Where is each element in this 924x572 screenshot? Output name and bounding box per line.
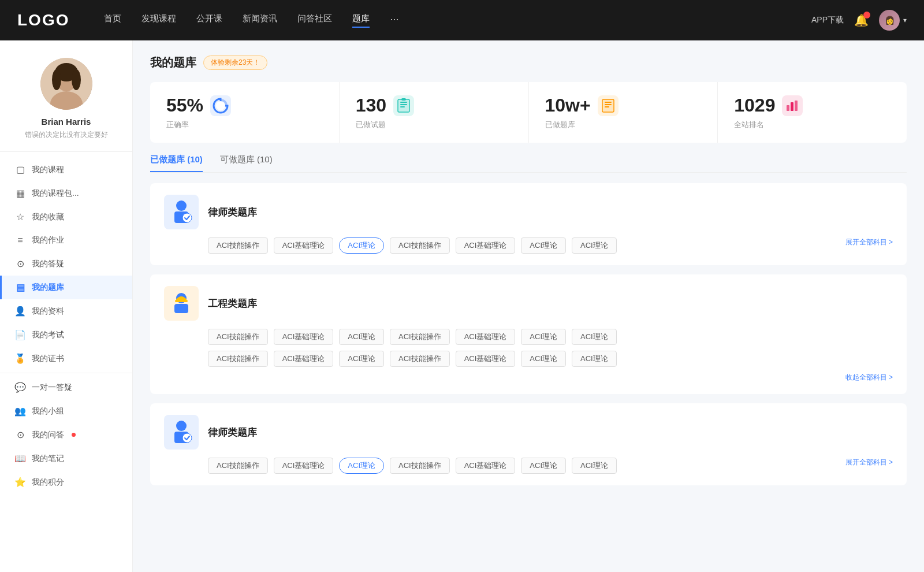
engineer-tag-r1-6[interactable]: ACI理论 bbox=[572, 329, 617, 345]
engineer-tag-r1-5[interactable]: ACI理论 bbox=[521, 329, 566, 345]
lawyer2-bank-icon bbox=[164, 415, 199, 450]
stat-ranking-top: 1029 bbox=[734, 95, 891, 116]
profile-motto: 错误的决定比没有决定要好 bbox=[12, 130, 121, 140]
menu-course-package[interactable]: ▦ 我的课程包... bbox=[0, 181, 132, 205]
lawyer-tag-1[interactable]: ACI基础理论 bbox=[274, 237, 334, 254]
my-courses-icon: ▢ bbox=[14, 164, 26, 175]
lawyer2-tag-0[interactable]: ACI技能操作 bbox=[208, 458, 268, 474]
lawyer-tag-5[interactable]: ACI理论 bbox=[521, 237, 566, 254]
menu-points-label: 我的积分 bbox=[32, 477, 64, 488]
menu-profile-label: 我的资料 bbox=[32, 306, 64, 317]
menu-qa-questions[interactable]: ⊙ 我的答疑 bbox=[0, 252, 132, 276]
lawyer2-tag-2[interactable]: ACI理论 bbox=[339, 458, 384, 474]
menu-my-qa[interactable]: ⊙ 我的问答 bbox=[0, 423, 132, 447]
nav-open-course[interactable]: 公开课 bbox=[196, 13, 222, 28]
lawyer2-expand-btn[interactable]: 展开全部科目 > bbox=[845, 458, 893, 467]
engineer-icon-svg bbox=[167, 289, 196, 318]
nav-more[interactable]: ··· bbox=[390, 13, 398, 28]
lawyer2-icon-svg bbox=[167, 418, 196, 447]
svg-point-28 bbox=[176, 421, 187, 431]
engineer-tag-r1-0[interactable]: ACI技能操作 bbox=[208, 329, 268, 345]
one-on-one-icon: 💬 bbox=[14, 382, 26, 393]
engineer-tags-content: ACI技能操作 ACI基础理论 ACI理论 ACI技能操作 ACI基础理论 AC… bbox=[164, 329, 893, 382]
nav-news[interactable]: 新闻资讯 bbox=[243, 13, 277, 28]
menu-certificate[interactable]: 🏅 我的证书 bbox=[0, 347, 132, 370]
profile-section: Brian Harris 错误的决定比没有决定要好 bbox=[0, 58, 132, 152]
lawyer2-tag-3[interactable]: ACI技能操作 bbox=[390, 458, 450, 474]
engineer-tag-r2-4[interactable]: ACI基础理论 bbox=[456, 351, 516, 367]
qa-badge-dot bbox=[72, 433, 76, 437]
trial-badge: 体验剩余23天！ bbox=[203, 55, 267, 70]
lawyer-tag-3[interactable]: ACI技能操作 bbox=[390, 237, 450, 254]
lawyer-tag-0[interactable]: ACI技能操作 bbox=[208, 237, 268, 254]
nav-question-bank[interactable]: 题库 bbox=[352, 13, 370, 28]
bell-icon[interactable]: 🔔 bbox=[854, 13, 869, 27]
menu-homework-label: 我的作业 bbox=[32, 235, 64, 246]
lawyer2-tag-1[interactable]: ACI基础理论 bbox=[274, 458, 334, 474]
svg-rect-13 bbox=[401, 98, 406, 101]
lawyer-tag-6[interactable]: ACI理论 bbox=[572, 237, 617, 254]
svg-rect-17 bbox=[605, 104, 612, 105]
groups-icon: 👥 bbox=[14, 406, 26, 417]
stat-done-top: 130 bbox=[356, 95, 512, 116]
engineer-tag-r2-1[interactable]: ACI基础理论 bbox=[274, 351, 334, 367]
logo[interactable]: LOGO bbox=[17, 11, 69, 29]
engineer-collapse-btn[interactable]: 收起全部科目 > bbox=[845, 373, 893, 381]
svg-point-7 bbox=[216, 101, 225, 110]
engineer-tag-r2-3[interactable]: ACI技能操作 bbox=[390, 351, 450, 367]
lawyer-tags-section: ACI技能操作 ACI基础理论 ACI理论 ACI技能操作 ACI基础理论 AC… bbox=[164, 237, 893, 254]
menu-homework[interactable]: ≡ 我的作业 bbox=[0, 229, 132, 252]
menu-exam[interactable]: 📄 我的考试 bbox=[0, 323, 132, 347]
engineer-tag-r2-0[interactable]: ACI技能操作 bbox=[208, 351, 268, 367]
menu-notes[interactable]: 📖 我的笔记 bbox=[0, 447, 132, 470]
menu-groups[interactable]: 👥 我的小组 bbox=[0, 399, 132, 423]
engineer-tag-r2-2[interactable]: ACI理论 bbox=[339, 351, 384, 367]
tab-available-banks[interactable]: 可做题库 (10) bbox=[220, 154, 273, 172]
book-icon bbox=[601, 98, 616, 113]
menu-my-courses-label: 我的课程 bbox=[32, 165, 64, 175]
lawyer2-tag-6[interactable]: ACI理论 bbox=[572, 458, 617, 474]
tab-done-banks[interactable]: 已做题库 (10) bbox=[150, 154, 203, 172]
menu-one-on-one-label: 一对一答疑 bbox=[32, 382, 72, 393]
banks-icon bbox=[598, 95, 619, 116]
avatar: 👩 bbox=[879, 10, 900, 31]
engineer-tag-r1-4[interactable]: ACI基础理论 bbox=[456, 329, 516, 345]
engineer-tag-r2-5[interactable]: ACI理论 bbox=[521, 351, 566, 367]
clipboard-icon bbox=[396, 98, 411, 113]
user-avatar-wrap[interactable]: 👩 ▾ bbox=[879, 10, 907, 31]
qbank-card-lawyer: 律师类题库 ACI技能操作 ACI基础理论 ACI理论 ACI技能操作 ACI基… bbox=[150, 183, 907, 265]
menu-points[interactable]: ⭐ 我的积分 bbox=[0, 470, 132, 494]
nav-courses[interactable]: 发现课程 bbox=[141, 13, 176, 28]
engineer-tags-row1: ACI技能操作 ACI基础理论 ACI理论 ACI技能操作 ACI基础理论 AC… bbox=[208, 329, 893, 345]
engineer-tag-r1-2[interactable]: ACI理论 bbox=[339, 329, 384, 345]
menu-my-courses[interactable]: ▢ 我的课程 bbox=[0, 158, 132, 181]
lawyer-tag-4[interactable]: ACI基础理论 bbox=[456, 237, 516, 254]
menu-one-on-one[interactable]: 💬 一对一答疑 bbox=[0, 376, 132, 399]
nav-qa[interactable]: 问答社区 bbox=[297, 13, 332, 28]
lawyer-tag-2[interactable]: ACI理论 bbox=[339, 237, 384, 254]
points-icon: ⭐ bbox=[14, 477, 26, 488]
menu-profile[interactable]: 👤 我的资料 bbox=[0, 299, 132, 323]
nav-home[interactable]: 首页 bbox=[104, 13, 121, 28]
stat-done-label: 已做试题 bbox=[356, 120, 512, 130]
engineer-tags-row2: ACI技能操作 ACI基础理论 ACI理论 ACI技能操作 ACI基础理论 AC… bbox=[208, 351, 893, 367]
engineer-tag-r1-1[interactable]: ACI基础理论 bbox=[274, 329, 334, 345]
svg-point-5 bbox=[72, 69, 81, 90]
engineer-bank-title: 工程类题库 bbox=[208, 297, 257, 310]
svg-rect-16 bbox=[605, 102, 612, 103]
lawyer-expand-btn[interactable]: 展开全部科目 > bbox=[845, 237, 893, 247]
qbank-header-lawyer2: 律师类题库 bbox=[164, 415, 893, 450]
menu-favorites[interactable]: ☆ 我的收藏 bbox=[0, 205, 132, 229]
stats-row: 55% 正确率 130 bbox=[150, 82, 907, 143]
engineer-tag-r2-6[interactable]: ACI理论 bbox=[572, 351, 617, 367]
exam-icon: 📄 bbox=[14, 329, 26, 340]
menu-question-bank[interactable]: ▤ 我的题库 bbox=[0, 276, 132, 299]
lawyer2-tag-4[interactable]: ACI基础理论 bbox=[456, 458, 516, 474]
engineer-tag-r1-3[interactable]: ACI技能操作 bbox=[390, 329, 450, 345]
lawyer2-tag-5[interactable]: ACI理论 bbox=[521, 458, 566, 474]
lawyer2-tags-section: ACI技能操作 ACI基础理论 ACI理论 ACI技能操作 ACI基础理论 AC… bbox=[164, 458, 893, 474]
svg-point-22 bbox=[176, 200, 187, 211]
notes-icon: 📖 bbox=[14, 453, 26, 464]
app-download-btn[interactable]: APP下载 bbox=[811, 15, 844, 25]
engineer-tags-section: ACI技能操作 ACI基础理论 ACI理论 ACI技能操作 ACI基础理论 AC… bbox=[164, 329, 893, 382]
